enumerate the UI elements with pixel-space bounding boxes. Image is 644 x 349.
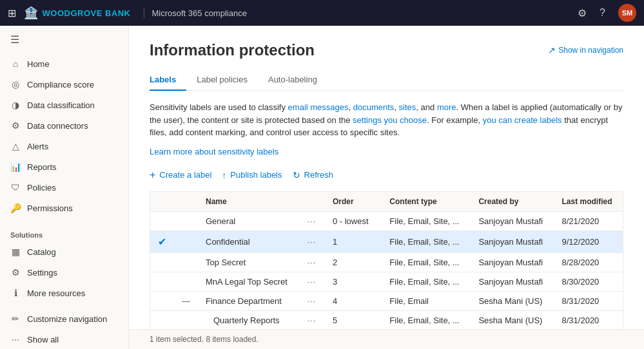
more-icon: ··· bbox=[10, 334, 21, 344]
help-icon[interactable]: ? bbox=[600, 7, 605, 19]
row-last-modified: 8/28/2020 bbox=[554, 252, 623, 272]
topbar: ⊞ 🏦 WOODGROVE BANK Microsoft 365 complia… bbox=[0, 0, 644, 26]
solutions-section-title: Solutions bbox=[0, 223, 128, 241]
row-expand-col bbox=[174, 211, 198, 231]
sidebar-item-compliance-score[interactable]: ◎ Compliance score bbox=[0, 74, 128, 95]
row-name: Top Secret bbox=[198, 252, 299, 272]
row-dots[interactable]: ··· bbox=[299, 272, 324, 291]
alerts-icon: △ bbox=[10, 141, 21, 151]
publish-labels-button[interactable]: ↑ Publish labels bbox=[222, 167, 282, 183]
app-name: Microsoft 365 compliance bbox=[144, 8, 247, 18]
row-last-modified: 9/12/2020 bbox=[554, 231, 623, 252]
row-expand-col: — bbox=[174, 291, 198, 310]
logo-icon: 🏦 bbox=[24, 6, 39, 20]
sidebar-item-alerts[interactable]: △ Alerts bbox=[0, 136, 128, 156]
sidebar-item-label: Data classification bbox=[27, 100, 95, 110]
row-check-col bbox=[150, 211, 174, 231]
row-order: 1 bbox=[325, 231, 382, 252]
refresh-icon: ↻ bbox=[293, 170, 300, 180]
table-row[interactable]: Quarterly Reports···5File, Email, Site, … bbox=[150, 310, 623, 329]
description-text: Sensitivity labels are used to classify … bbox=[150, 101, 623, 139]
tab-labels[interactable]: Labels bbox=[150, 70, 186, 91]
sidebar-item-label: Policies bbox=[27, 183, 56, 193]
info-icon: ℹ bbox=[10, 288, 21, 298]
link-settings[interactable]: settings you choose bbox=[353, 115, 427, 125]
show-in-nav-label: Show in navigation bbox=[558, 46, 623, 55]
row-last-modified: 8/31/2020 bbox=[554, 310, 623, 329]
sidebar-item-label: More resources bbox=[27, 288, 85, 298]
tab-label-policies[interactable]: Label policies bbox=[186, 70, 258, 91]
sidebar-item-customize-navigation[interactable]: ✏ Customize navigation bbox=[0, 308, 128, 329]
row-check-col bbox=[150, 252, 174, 272]
row-content-type: File, Email, Site, ... bbox=[382, 310, 471, 329]
avatar[interactable]: SM bbox=[618, 4, 636, 22]
sidebar-item-label: Customize navigation bbox=[27, 314, 107, 324]
table-row[interactable]: ✔Confidential···1File, Email, Site, ...S… bbox=[150, 231, 623, 252]
sidebar-item-show-all[interactable]: ··· Show all bbox=[0, 329, 128, 349]
row-dots[interactable]: ··· bbox=[299, 252, 324, 272]
table-row[interactable]: MnA Legal Top Secret···3File, Email, Sit… bbox=[150, 272, 623, 291]
grid-icon[interactable]: ⊞ bbox=[8, 7, 16, 19]
page-header: Information protection ↗ Show in navigat… bbox=[150, 41, 623, 59]
create-label-button[interactable]: + Create a label bbox=[150, 167, 211, 184]
sidebar-item-catalog[interactable]: ▦ Catalog bbox=[0, 241, 128, 262]
row-dots[interactable]: ··· bbox=[299, 231, 324, 252]
sidebar-item-policies[interactable]: 🛡 Policies bbox=[0, 177, 128, 198]
hamburger-icon[interactable]: ☰ bbox=[0, 26, 128, 53]
link-documents[interactable]: documents bbox=[353, 102, 395, 112]
sidebar-item-more-resources[interactable]: ℹ More resources bbox=[0, 283, 128, 303]
table-header-row: Name Order Content type Created by Last … bbox=[150, 192, 623, 212]
sidebar-item-reports[interactable]: 📊 Reports bbox=[0, 156, 128, 177]
refresh-label: Refresh bbox=[304, 170, 334, 180]
table-row[interactable]: —Finance Department···4File, EmailSesha … bbox=[150, 291, 623, 310]
row-check-col bbox=[150, 310, 174, 329]
dash-icon: — bbox=[182, 296, 190, 306]
show-in-nav-button[interactable]: ↗ Show in navigation bbox=[548, 45, 623, 55]
learn-more-link[interactable]: Learn more about sensitivity labels bbox=[150, 147, 623, 156]
link-sites[interactable]: sites bbox=[399, 102, 416, 112]
col-check bbox=[150, 192, 174, 212]
publish-icon: ↑ bbox=[222, 170, 226, 180]
row-created-by: Sesha Mani (US) bbox=[471, 291, 554, 310]
row-dots[interactable]: ··· bbox=[299, 310, 324, 329]
check-icon: ✔ bbox=[158, 236, 166, 247]
sidebar-item-label: Permissions bbox=[27, 203, 73, 213]
arrow-icon: ↗ bbox=[548, 45, 556, 55]
row-name: Confidential bbox=[198, 231, 299, 252]
row-check-col: ✔ bbox=[150, 231, 174, 252]
refresh-button[interactable]: ↻ Refresh bbox=[293, 167, 334, 183]
row-dots[interactable]: ··· bbox=[299, 291, 324, 310]
row-expand-col bbox=[174, 252, 198, 272]
tab-auto-labeling[interactable]: Auto-labeling bbox=[258, 70, 327, 91]
sidebar-item-permissions[interactable]: 🔑 Permissions bbox=[0, 198, 128, 218]
logo: 🏦 WOODGROVE BANK bbox=[24, 6, 131, 20]
permissions-icon: 🔑 bbox=[10, 203, 21, 213]
sidebar-item-label: Settings bbox=[27, 268, 57, 278]
row-order: 5 bbox=[325, 310, 382, 329]
settings-icon[interactable]: ⚙ bbox=[578, 7, 587, 19]
row-order: 2 bbox=[325, 252, 382, 272]
row-created-by: Sesha Mani (US) bbox=[471, 310, 554, 329]
sidebar: ☰ ⌂ Home ◎ Compliance score ◑ Data class… bbox=[0, 26, 129, 349]
sidebar-item-data-connectors[interactable]: ⚙ Data connectors bbox=[0, 115, 128, 136]
link-create[interactable]: you can create labels bbox=[483, 115, 562, 125]
table-row[interactable]: Top Secret···2File, Email, Site, ...Sanj… bbox=[150, 252, 623, 272]
sidebar-item-settings[interactable]: ⚙ Settings bbox=[0, 262, 128, 283]
row-content-type: File, Email, Site, ... bbox=[382, 211, 471, 231]
col-check2 bbox=[174, 192, 198, 212]
sidebar-item-label: Catalog bbox=[27, 247, 56, 257]
table-row[interactable]: General···0 - lowestFile, Email, Site, .… bbox=[150, 211, 623, 231]
statusbar-text: 1 item selected. 8 items loaded. bbox=[150, 335, 259, 344]
row-last-modified: 8/21/2020 bbox=[554, 211, 623, 231]
sidebar-item-label: Home bbox=[27, 59, 50, 69]
sidebar-item-label: Data connectors bbox=[27, 121, 88, 131]
row-created-by: Sanjoyan Mustafi bbox=[471, 231, 554, 252]
link-more[interactable]: more bbox=[437, 102, 456, 112]
link-email[interactable]: email messages bbox=[288, 102, 349, 112]
row-dots[interactable]: ··· bbox=[299, 211, 324, 231]
sidebar-item-home[interactable]: ⌂ Home bbox=[0, 53, 128, 74]
compliance-icon: ◎ bbox=[10, 79, 21, 90]
sidebar-item-data-classification[interactable]: ◑ Data classification bbox=[0, 95, 128, 115]
col-dots-header bbox=[299, 192, 324, 212]
create-label-label: Create a label bbox=[159, 170, 211, 180]
